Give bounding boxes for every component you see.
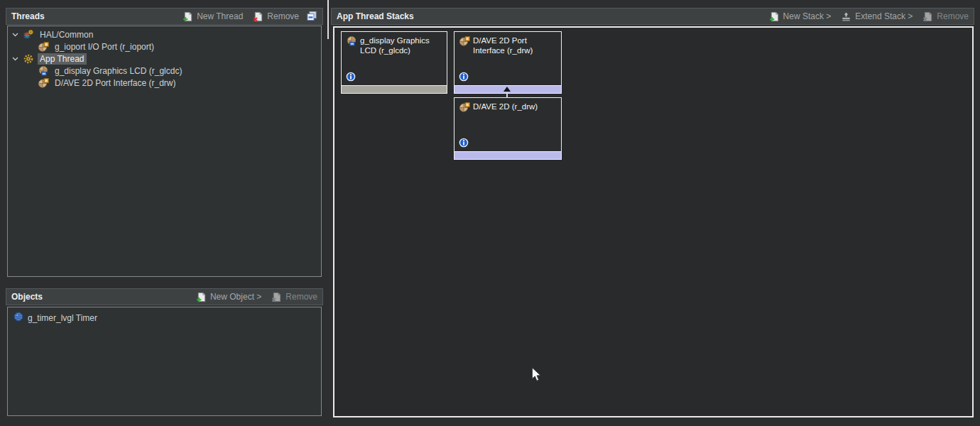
tree-item-label: App Thread [38,53,87,65]
extend-stack-icon [841,11,851,22]
new-file-plus-icon [196,292,207,302]
extend-stack-button[interactable]: Extend Stack > [841,11,913,22]
stacks-header: App Thread Stacks New Stack > Extend Sta… [331,8,974,25]
remove-stack-button[interactable]: Remove [922,11,969,22]
remove-thread-button[interactable]: Remove [253,11,299,22]
stack-card-dave2d[interactable]: D/AVE 2D (r_drw) [454,97,562,160]
tree-item-hal-common[interactable]: HAL/Common [8,28,321,40]
tree-item-label: g_ioport I/O Port (r_ioport) [53,41,156,53]
tree-item-label: g_display Graphics LCD (r_glcdc) [53,65,184,77]
info-icon[interactable] [346,72,356,82]
module-icon [38,77,49,89]
stack-card-strip [342,86,447,93]
module-icon [38,41,49,53]
stack-card-dave2d-port[interactable]: D/AVE 2D Port Interface (r_drw) [454,31,562,94]
objects-header: Objects New Object > Remove [6,288,323,305]
tree-item-app-thread[interactable]: App Thread [8,53,321,65]
pane-divider[interactable] [327,0,329,39]
objects-panel-title: Objects [11,292,186,302]
timer-object-icon [13,312,23,324]
remove-stack-label: Remove [937,11,969,21]
tree-item-label: HAL/Common [38,29,95,40]
new-stack-label: New Stack > [783,11,832,21]
tree-item-g-ioport[interactable]: g_ioport I/O Port (r_ioport) [8,40,321,53]
threads-panel-title: Threads [11,11,173,21]
new-stack-button[interactable]: New Stack > [769,11,832,22]
stack-card-strip [454,152,561,159]
stacks-panel-title: App Thread Stacks [337,11,759,21]
new-object-button[interactable]: New Object > [196,292,261,302]
hal-common-icon [23,29,34,40]
threads-header: Threads New Thread Remove [6,8,323,25]
new-file-plus-icon [769,11,780,22]
extend-stack-label: Extend Stack > [855,11,913,21]
restore-windows-icon[interactable] [306,11,317,22]
chevron-down-icon[interactable] [12,57,19,61]
tree-item-dave2d-port[interactable]: D/AVE 2D Port Interface (r_drw) [8,77,321,89]
object-item-g-timer-lvgl[interactable]: g_timer_lvgl Timer [8,307,321,324]
info-icon[interactable] [459,72,469,82]
mouse-cursor [531,367,543,386]
stack-card-label: D/AVE 2D Port Interface (r_drw) [473,36,557,55]
remove-object-button[interactable]: Remove [271,292,317,302]
stack-connector-line [506,92,508,98]
stack-card-label: g_display Graphics LCD (r_glcdc) [360,36,442,55]
module-display-icon [346,36,357,55]
remove-object-label: Remove [285,292,317,302]
threads-tree: HAL/Common g_ioport I/O Port (r_ioport) [7,26,322,277]
new-object-label: New Object > [210,292,261,302]
objects-list: g_timer_lvgl Timer [7,307,322,416]
module-icon [459,102,470,116]
remove-file-icon [271,292,282,302]
remove-file-icon [922,11,933,22]
module-icon [459,36,470,55]
new-thread-button[interactable]: New Thread [183,11,243,22]
stack-connector-arrow-up-icon [503,87,511,92]
new-thread-label: New Thread [197,11,243,21]
tree-item-label: D/AVE 2D Port Interface (r_drw) [53,77,178,89]
tree-item-g-display[interactable]: g_display Graphics LCD (r_glcdc) [8,65,321,77]
thread-gear-icon [23,53,34,65]
new-file-plus-icon [183,11,193,22]
remove-thread-label: Remove [267,11,299,21]
info-icon[interactable] [459,138,469,148]
stack-card-g-display[interactable]: g_display Graphics LCD (r_glcdc) [341,31,447,94]
object-item-label: g_timer_lvgl Timer [28,313,97,323]
fsp-configuration-screen: Threads New Thread Remove [0,0,980,426]
module-display-icon [38,65,49,77]
chevron-down-icon[interactable] [12,33,19,37]
stack-card-label: D/AVE 2D (r_drw) [473,102,538,116]
remove-file-icon [253,11,263,22]
